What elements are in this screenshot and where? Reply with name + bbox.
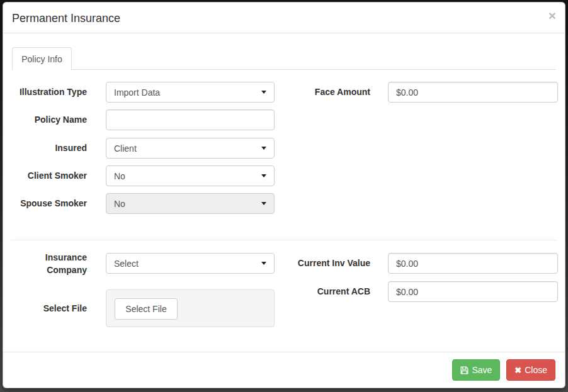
spouse-smoker-value: No [114, 199, 256, 209]
save-button-label: Save [472, 365, 492, 375]
illustration-type-select[interactable]: Import Data [106, 82, 275, 103]
modal-backdrop: Permanent Insurance × Policy Info Illust… [0, 0, 568, 392]
tab-policy-info-label: Policy Info [21, 54, 62, 64]
spouse-smoker-select: No [106, 193, 275, 214]
current-acb-label: Current ACB [280, 281, 370, 302]
file-drop-well[interactable]: Select File [106, 289, 275, 327]
chevron-down-icon [261, 147, 266, 150]
chevron-down-icon [261, 174, 266, 177]
insurance-company-value: Select [114, 259, 256, 269]
client-smoker-label: Client Smoker [3, 165, 87, 186]
chevron-down-icon [261, 262, 266, 265]
current-acb-input[interactable] [388, 281, 558, 302]
spouse-smoker-label: Spouse Smoker [3, 193, 87, 214]
policy-name-input[interactable] [106, 109, 275, 130]
modal-footer: Save ✖ Close [3, 352, 565, 388]
insured-select[interactable]: Client [106, 138, 275, 159]
illustration-type-value: Import Data [114, 87, 256, 98]
modal-dismiss-icon[interactable]: × [548, 9, 556, 22]
select-file-button[interactable]: Select File [115, 298, 178, 320]
illustration-type-label: Illustration Type [3, 82, 87, 103]
client-smoker-select[interactable]: No [106, 165, 275, 186]
select-file-label: Select File [3, 289, 87, 327]
floppy-disk-icon [460, 366, 469, 374]
permanent-insurance-modal: Permanent Insurance × Policy Info Illust… [3, 2, 565, 388]
insured-value: Client [114, 143, 256, 154]
close-icon: ✖ [514, 366, 521, 374]
tab-bar-divider [12, 69, 556, 70]
face-amount-input[interactable] [388, 82, 558, 103]
section-divider [11, 240, 557, 240]
tab-policy-info[interactable]: Policy Info [12, 47, 72, 70]
close-button-label: Close [525, 365, 547, 375]
insurance-company-select[interactable]: Select [106, 253, 275, 274]
modal-title: Permanent Insurance [12, 11, 120, 26]
chevron-down-icon [261, 202, 266, 205]
modal-header: Permanent Insurance × [3, 3, 565, 33]
current-inv-value-label: Current Inv Value [280, 253, 370, 274]
select-file-button-label: Select File [125, 304, 166, 314]
save-button[interactable]: Save [452, 359, 500, 381]
policy-name-label: Policy Name [3, 109, 87, 130]
face-amount-label: Face Amount [280, 82, 370, 103]
insurance-company-label: Insurance Company [3, 250, 87, 277]
close-button[interactable]: ✖ Close [506, 359, 555, 381]
chevron-down-icon [261, 91, 266, 94]
current-inv-value-input[interactable] [388, 253, 558, 274]
insured-label: Insured [3, 138, 87, 159]
client-smoker-value: No [114, 171, 256, 181]
